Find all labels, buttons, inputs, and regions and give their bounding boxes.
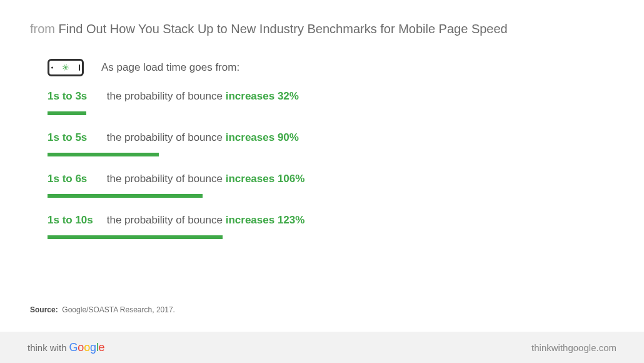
- page: from Find Out How You Stack Up to New In…: [0, 0, 644, 363]
- stat-row: 1s to 5s the probability of bounce incre…: [48, 131, 619, 144]
- content: ✳ As page load time goes from: 1s to 3s …: [30, 59, 619, 239]
- stat-mid: the probability of bounce: [107, 173, 223, 185]
- bar: [48, 111, 86, 115]
- footer-url: thinkwithgoogle.com: [531, 342, 616, 353]
- increase-value: increases 106%: [226, 173, 305, 185]
- bar: [48, 235, 223, 239]
- increase-value: increases 32%: [226, 90, 299, 102]
- page-title: from Find Out How You Stack Up to New In…: [30, 20, 619, 38]
- stat-mid: the probability of bounce: [107, 214, 223, 226]
- load-range: 1s to 6s: [48, 173, 98, 185]
- increase-value: increases 90%: [226, 131, 299, 143]
- bar: [48, 153, 159, 156]
- bar: [48, 194, 203, 198]
- stat-row: 1s to 10s the probability of bounce incr…: [48, 214, 619, 227]
- stat-mid: the probability of bounce: [107, 131, 223, 143]
- footer: think with Google thinkwithgoogle.com: [0, 332, 644, 363]
- stat-mid: the probability of bounce: [107, 90, 223, 102]
- phone-loading-icon: ✳: [48, 59, 84, 76]
- brand: think with Google: [28, 341, 104, 354]
- lead-text: As page load time goes from:: [101, 61, 239, 74]
- stat-row: 1s to 3s the probability of bounce incre…: [48, 90, 619, 103]
- lead-row: ✳ As page load time goes from:: [48, 59, 619, 76]
- source-line: Source: Google/SOASTA Research, 2017.: [30, 305, 175, 314]
- source-label: Source:: [30, 305, 58, 314]
- spinner-icon: ✳: [61, 63, 70, 73]
- load-range: 1s to 5s: [48, 131, 98, 144]
- load-range: 1s to 3s: [48, 90, 98, 103]
- google-logo: Google: [69, 341, 105, 354]
- title-prefix: from: [30, 22, 55, 36]
- increase-value: increases 123%: [226, 214, 305, 226]
- title-main: Find Out How You Stack Up to New Industr…: [59, 22, 508, 36]
- stat-row: 1s to 6s the probability of bounce incre…: [48, 173, 619, 185]
- brand-prefix: think with: [28, 342, 67, 353]
- source-text: Google/SOASTA Research, 2017.: [62, 305, 175, 314]
- load-range: 1s to 10s: [48, 214, 98, 227]
